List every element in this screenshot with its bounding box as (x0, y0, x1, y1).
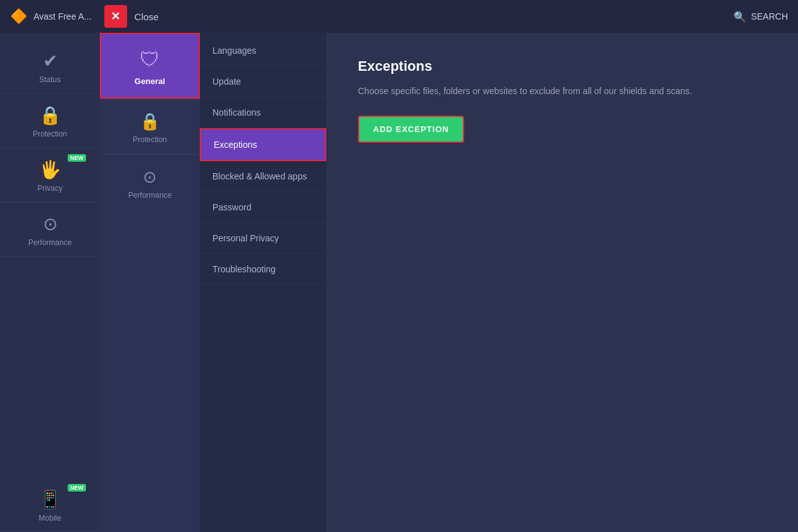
topbar: 🔶 Avast Free A... ✕ Close 🔍 SEARCH (0, 0, 798, 33)
main-layout: ✔ Status 🔒 Protection NEW 🖐 Privacy ⊙ Pe… (0, 33, 798, 532)
mid-nav-performance[interactable]: ⊙ Performance (100, 154, 200, 210)
app-logo: 🔶 Avast Free A... (10, 8, 92, 25)
sidebar-label-privacy: Privacy (37, 184, 62, 193)
performance-icon: ⊙ (43, 214, 58, 234)
submenu-item-troubleshooting[interactable]: Troubleshooting (200, 254, 326, 285)
privacy-new-badge: NEW (68, 154, 86, 162)
mid-protection-icon: 🔒 (140, 112, 160, 131)
search-button[interactable]: 🔍 SEARCH (734, 11, 788, 23)
sidebar-label-mobile: Mobile (39, 514, 61, 523)
submenu-item-personal-privacy[interactable]: Personal Privacy (200, 223, 326, 254)
general-section: 🛡 General 🔒 Protection ⊙ Performance (100, 33, 200, 532)
general-selected-item[interactable]: 🛡 General (100, 33, 200, 99)
submenu-item-blocked-allowed[interactable]: Blocked & Allowed apps (200, 161, 326, 192)
add-exception-button[interactable]: ADD EXCEPTION (358, 116, 464, 143)
general-label: General (135, 76, 165, 86)
mid-performance-label: Performance (128, 191, 172, 200)
protection-icon: 🔒 (39, 105, 61, 126)
close-label: Close (135, 11, 159, 22)
logo-icon: 🔶 (10, 8, 27, 25)
general-shield-icon: 🛡 (140, 48, 160, 71)
sidebar-item-protection[interactable]: 🔒 Protection (0, 94, 100, 148)
mobile-new-badge: NEW (68, 484, 86, 492)
submenu-item-notifications[interactable]: Notifications (200, 97, 326, 128)
search-icon: 🔍 (734, 11, 746, 23)
sidebar-label-performance: Performance (28, 238, 72, 247)
sidebar-item-status[interactable]: ✔ Status (0, 39, 100, 94)
close-button[interactable]: ✕ (104, 5, 127, 28)
search-label: SEARCH (751, 11, 788, 21)
content-area: Exceptions Choose specific files, folder… (326, 33, 798, 532)
submenu-item-languages[interactable]: Languages (200, 35, 326, 66)
sidebar-label-status: Status (39, 75, 61, 84)
left-sidebar: ✔ Status 🔒 Protection NEW 🖐 Privacy ⊙ Pe… (0, 33, 100, 532)
mobile-icon: 📱 (39, 489, 61, 510)
privacy-icon: 🖐 (39, 159, 61, 180)
sidebar-item-privacy[interactable]: NEW 🖐 Privacy (0, 148, 100, 202)
page-description: Choose specific files, folders or websit… (358, 85, 737, 98)
app-name: Avast Free A... (34, 11, 92, 21)
submenu-item-password[interactable]: Password (200, 192, 326, 223)
sidebar-label-protection: Protection (33, 130, 67, 138)
submenu-item-update[interactable]: Update (200, 66, 326, 97)
submenu-item-exceptions[interactable]: Exceptions (200, 128, 326, 161)
status-icon: ✔ (43, 51, 58, 71)
mid-protection-label: Protection (133, 135, 167, 144)
mid-nav-protection[interactable]: 🔒 Protection (100, 99, 200, 154)
sidebar-item-mobile[interactable]: NEW 📱 Mobile (0, 478, 100, 532)
submenu-panel: Languages Update Notifications Exception… (200, 33, 326, 532)
sidebar-item-performance[interactable]: ⊙ Performance (0, 202, 100, 257)
page-title: Exceptions (358, 58, 766, 75)
mid-performance-icon: ⊙ (143, 167, 157, 187)
